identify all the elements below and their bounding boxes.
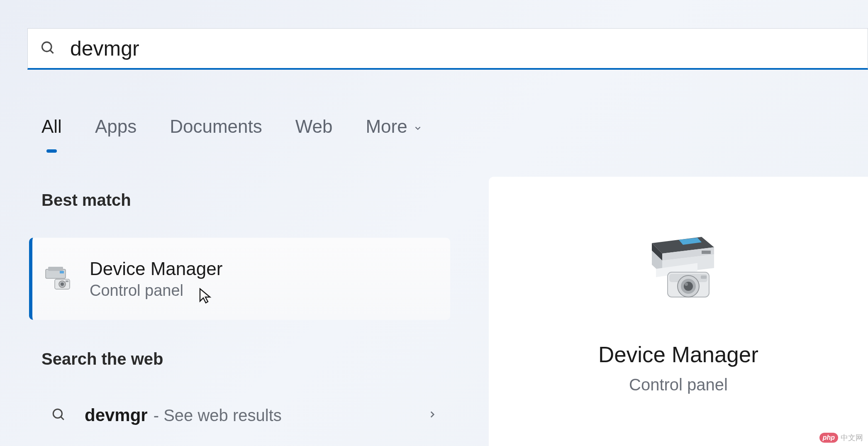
tab-all[interactable]: All (41, 116, 62, 137)
svg-point-0 (42, 42, 52, 51)
svg-line-1 (50, 50, 54, 54)
best-match-title: Device Manager (90, 258, 222, 279)
svg-rect-4 (60, 271, 64, 273)
svg-rect-3 (48, 267, 63, 271)
search-results-panel: Best match Device Manager Control panel … (41, 191, 463, 434)
svg-point-7 (61, 283, 64, 286)
web-result-suffix: - See web results (154, 406, 282, 425)
chevron-right-icon (427, 409, 438, 422)
svg-rect-17 (702, 251, 711, 254)
watermark-logo: php (819, 433, 838, 443)
search-filter-tabs: All Apps Documents Web More (41, 116, 422, 137)
web-result-query: devmgr (85, 405, 148, 425)
tab-more[interactable]: More (366, 116, 422, 137)
search-input[interactable] (70, 34, 855, 63)
search-box[interactable] (27, 28, 868, 70)
search-icon (51, 407, 66, 423)
svg-rect-25 (701, 275, 707, 279)
chevron-down-icon (413, 116, 422, 137)
preview-subtitle: Control panel (629, 375, 728, 394)
device-manager-icon (45, 267, 72, 291)
web-result-item[interactable]: devmgr - See web results (29, 397, 450, 434)
svg-point-24 (685, 283, 688, 286)
section-search-web-header: Search the web (41, 350, 463, 368)
best-match-subtitle: Control panel (90, 282, 222, 300)
svg-point-9 (53, 409, 62, 418)
tab-apps[interactable]: Apps (95, 116, 137, 137)
tab-documents[interactable]: Documents (170, 116, 262, 137)
section-best-match-header: Best match (41, 191, 463, 210)
tab-more-label: More (366, 116, 407, 137)
search-icon (40, 40, 55, 57)
best-match-item[interactable]: Device Manager Control panel (29, 238, 450, 320)
svg-line-10 (61, 417, 64, 420)
device-manager-icon-large (639, 231, 717, 300)
watermark-text: 中文网 (841, 433, 863, 443)
best-match-text: Device Manager Control panel (90, 258, 222, 300)
preview-title: Device Manager (598, 342, 758, 367)
tab-web[interactable]: Web (295, 116, 333, 137)
svg-rect-8 (66, 280, 68, 282)
watermark: php 中文网 (819, 433, 863, 443)
preview-panel: Device Manager Control panel (489, 177, 868, 446)
